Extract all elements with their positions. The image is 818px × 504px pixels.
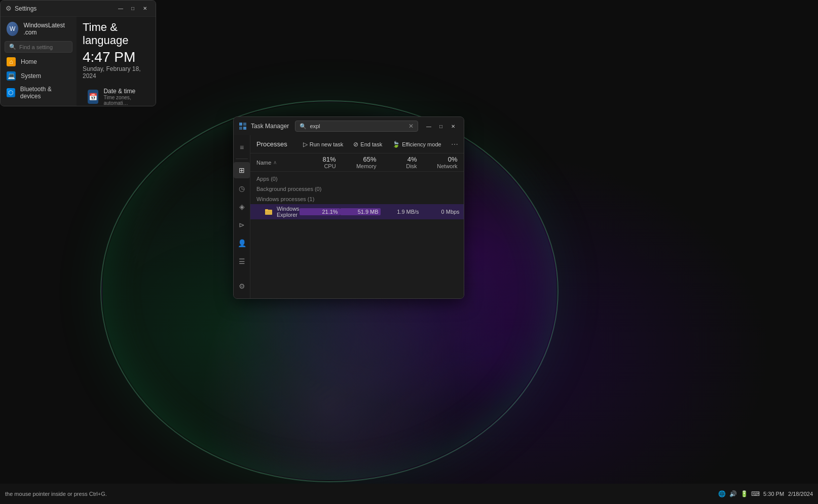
battery-tray-icon[interactable]: 🔋 bbox=[740, 490, 748, 498]
efficiency-icon: 🍃 bbox=[392, 141, 400, 148]
settings-search-box[interactable]: 🔍 bbox=[5, 41, 72, 53]
tm-users-nav-icon[interactable]: 👤 bbox=[234, 235, 250, 251]
tm-table-header: Name ∧ 81% CPU 65% Memory 4% Disk 0% N bbox=[250, 153, 464, 172]
tm-sidebar-divider-1 bbox=[236, 159, 248, 159]
windows-explorer-icon bbox=[265, 208, 273, 216]
svg-rect-3 bbox=[243, 127, 246, 130]
settings-header: Time & language 4:47 PM Sunday, February… bbox=[83, 21, 150, 84]
bluetooth-icon: ⬡ bbox=[7, 88, 15, 97]
tm-search-bar[interactable]: 🔍 ✕ bbox=[295, 121, 418, 132]
sidebar-item-home[interactable]: ⌂ Home bbox=[1, 55, 77, 69]
tm-efficiency-mode-button[interactable]: 🍃 Efficiency mode bbox=[388, 139, 445, 150]
taskbar-status-text: the mouse pointer inside or press Ctrl+G… bbox=[5, 491, 718, 497]
keyboard-tray-icon[interactable]: ⌨ bbox=[751, 490, 759, 498]
settings-maximize-button[interactable]: □ bbox=[128, 4, 137, 13]
tm-toolbar-title: Processes bbox=[256, 140, 297, 148]
settings-title-left: ⚙ Settings bbox=[6, 5, 36, 12]
network-label-header: Network bbox=[437, 163, 459, 169]
settings-window-controls: — □ ✕ bbox=[116, 4, 150, 13]
settings-title-text: Settings bbox=[15, 5, 36, 12]
settings-sidebar: W WindowsLatest .com 🔍 ⌂ Home 💻 System ⬡… bbox=[1, 17, 77, 106]
tm-close-button[interactable]: ✕ bbox=[449, 122, 458, 131]
tm-sidebar: ≡ ⊞ ◷ ◈ ⊳ 👤 ☰ ⚙ bbox=[234, 135, 250, 298]
svg-rect-0 bbox=[239, 123, 242, 126]
tm-hamburger-icon[interactable]: ≡ bbox=[234, 139, 250, 156]
settings-main-pane: Time & language 4:47 PM Sunday, February… bbox=[77, 17, 156, 106]
user-avatar: W bbox=[7, 22, 18, 36]
nav-system-label: System bbox=[21, 72, 41, 80]
windows-explorer-disk: 1.9 MB/s bbox=[381, 209, 421, 215]
settings-window: ⚙ Settings — □ ✕ W WindowsLatest .com 🔍 … bbox=[0, 0, 156, 106]
volume-tray-icon[interactable]: 🔊 bbox=[729, 490, 737, 498]
windows-processes-section-label: Windows processes (1) bbox=[256, 196, 314, 202]
settings-minimize-button[interactable]: — bbox=[116, 4, 125, 13]
tm-minimize-button[interactable]: — bbox=[424, 122, 433, 131]
home-icon: ⌂ bbox=[7, 57, 16, 66]
settings-date-display: Sunday, February 18, 2024 bbox=[83, 65, 150, 80]
tm-name-column-header[interactable]: Name ∧ bbox=[256, 160, 300, 166]
taskbar-status-label: the mouse pointer inside or press Ctrl+G… bbox=[5, 491, 107, 497]
tm-search-input[interactable] bbox=[310, 123, 405, 129]
tm-settings-nav-icon[interactable]: ⚙ bbox=[234, 278, 250, 294]
windows-processes-section-header[interactable]: Windows processes (1) bbox=[250, 194, 464, 204]
settings-layout: W WindowsLatest .com 🔍 ⌂ Home 💻 System ⬡… bbox=[1, 17, 156, 106]
windows-explorer-name: Windows Explorer bbox=[256, 206, 300, 218]
settings-menu-date-time[interactable]: 📅 Date & time Time zones, automati… bbox=[83, 84, 150, 106]
apps-section-label: Apps (0) bbox=[256, 176, 278, 182]
taskbar-clock: 5:30 PM bbox=[763, 491, 784, 497]
tm-search-clear-icon[interactable]: ✕ bbox=[408, 123, 414, 130]
tm-processes-list: Apps (0) Background processes (0) Window… bbox=[250, 172, 464, 298]
run-task-icon: ▷ bbox=[303, 141, 308, 148]
date-time-title: Date & time bbox=[103, 88, 144, 95]
tm-startup-nav-icon[interactable]: ⊳ bbox=[234, 217, 250, 233]
tm-performance-nav-icon[interactable]: ◷ bbox=[234, 180, 250, 197]
end-task-label: End task bbox=[360, 141, 382, 147]
task-manager-window: Task Manager 🔍 ✕ — □ ✕ ≡ ⊞ ◷ ◈ ⊳ 👤 ☰ ⚙ bbox=[233, 117, 464, 299]
svg-rect-5 bbox=[265, 209, 268, 211]
svg-rect-2 bbox=[239, 127, 242, 130]
sort-arrow-icon: ∧ bbox=[273, 160, 277, 165]
settings-time-display: 4:47 PM bbox=[83, 49, 150, 65]
tm-end-task-button[interactable]: ⊘ End task bbox=[349, 139, 386, 150]
tm-search-icon: 🔍 bbox=[300, 123, 307, 130]
memory-label-header: Memory bbox=[356, 163, 379, 169]
tm-maximize-button[interactable]: □ bbox=[436, 122, 445, 131]
windows-explorer-network: 0 Mbps bbox=[421, 209, 462, 215]
settings-user-profile[interactable]: W WindowsLatest .com bbox=[1, 19, 77, 39]
tm-run-new-task-button[interactable]: ▷ Run new task bbox=[299, 139, 348, 150]
windows-explorer-memory: 51.9 MB bbox=[340, 208, 381, 215]
sidebar-item-bluetooth[interactable]: ⬡ Bluetooth & devices bbox=[1, 83, 77, 102]
apps-section-header[interactable]: Apps (0) bbox=[250, 174, 464, 184]
tm-title-text: Task Manager bbox=[251, 123, 289, 130]
tm-more-options-button[interactable]: ⋯ bbox=[448, 137, 462, 151]
windows-explorer-row[interactable]: Windows Explorer 21.1% 51.9 MB 1.9 MB/s … bbox=[250, 204, 464, 219]
end-task-icon: ⊘ bbox=[353, 141, 358, 148]
settings-search-input[interactable] bbox=[19, 44, 68, 50]
tm-details-nav-icon[interactable]: ☰ bbox=[234, 253, 250, 269]
settings-titlebar: ⚙ Settings — □ ✕ bbox=[1, 1, 156, 17]
system-icon: 💻 bbox=[7, 71, 16, 81]
tm-window-controls: — □ ✕ bbox=[424, 122, 458, 131]
name-header-label: Name bbox=[256, 160, 271, 166]
efficiency-label: Efficiency mode bbox=[402, 141, 441, 147]
tm-title-left: Task Manager bbox=[239, 122, 289, 130]
network-tray-icon[interactable]: 🌐 bbox=[718, 490, 726, 498]
background-processes-section-header[interactable]: Background processes (0) bbox=[250, 184, 464, 194]
taskbar: the mouse pointer inside or press Ctrl+G… bbox=[0, 484, 818, 504]
tm-titlebar: Task Manager 🔍 ✕ — □ ✕ bbox=[234, 117, 464, 135]
cpu-label-header: CPU bbox=[324, 163, 338, 169]
tm-processes-nav-icon[interactable]: ⊞ bbox=[234, 162, 250, 178]
nav-bluetooth-label: Bluetooth & devices bbox=[20, 86, 70, 100]
settings-close-button[interactable]: ✕ bbox=[140, 4, 150, 13]
taskbar-system-tray: 🌐 🔊 🔋 ⌨ 5:30 PM 2/18/2024 bbox=[718, 490, 813, 498]
settings-app-icon: ⚙ bbox=[6, 5, 12, 12]
taskbar-date: 2/18/2024 bbox=[788, 491, 813, 497]
tm-app-history-nav-icon[interactable]: ◈ bbox=[234, 199, 250, 215]
nav-home-label: Home bbox=[21, 58, 37, 65]
cpu-percent-header: 81% bbox=[323, 156, 338, 163]
date-time-text: Date & time Time zones, automati… bbox=[103, 88, 144, 106]
windows-explorer-cpu: 21.1% bbox=[300, 208, 340, 215]
sidebar-item-system[interactable]: 💻 System bbox=[1, 69, 77, 83]
tm-main-content: Processes ▷ Run new task ⊘ End task 🍃 Ef… bbox=[250, 135, 464, 298]
taskbar-tray-icons: 🌐 🔊 🔋 ⌨ bbox=[718, 490, 759, 498]
